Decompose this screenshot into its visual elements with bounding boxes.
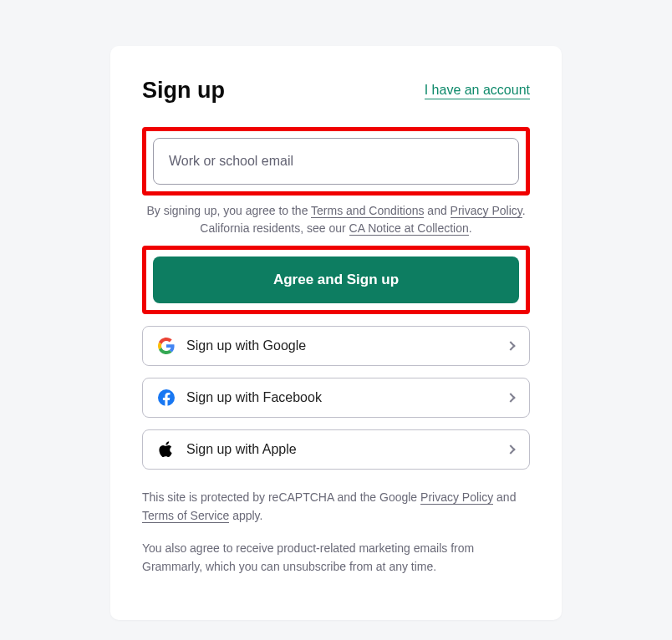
page-title: Sign up [142,78,225,104]
google-signup-button[interactable]: Sign up with Google [142,326,530,366]
apple-icon [158,441,175,458]
legal-text: By signing up, you agree to the [146,204,311,217]
google-icon [158,338,175,354]
apple-signup-button[interactable]: Sign up with Apple [142,429,530,470]
agree-signup-button[interactable]: Agree and Sign up [153,257,519,303]
recaptcha-text: This site is protected by reCAPTCHA and … [142,488,530,526]
signup-highlight-box: Agree and Sign up [142,246,530,314]
oauth-label: Sign up with Apple [186,442,507,457]
legal-text: and [424,204,450,217]
terms-link[interactable]: Terms and Conditions [311,204,424,218]
oauth-label: Sign up with Google [186,338,507,353]
google-tos-link[interactable]: Terms of Service [142,509,229,523]
signup-card: Sign up I have an account By signing up,… [110,46,562,620]
google-privacy-link[interactable]: Privacy Policy [420,490,493,505]
legal-text: and [493,490,516,504]
header-row: Sign up I have an account [142,78,530,104]
ca-notice-link[interactable]: CA Notice at Collection [349,221,469,236]
oauth-label: Sign up with Facebook [186,390,507,405]
chevron-right-icon [506,444,515,454]
legal-terms-text: By signing up, you agree to the Terms an… [142,202,530,237]
facebook-icon [158,389,175,406]
email-highlight-box [142,127,530,196]
facebook-signup-button[interactable]: Sign up with Facebook [142,378,530,418]
chevron-right-icon [506,341,515,350]
chevron-right-icon [506,393,515,402]
privacy-link[interactable]: Privacy Policy [451,204,522,218]
oauth-group: Sign up with Google Sign up with Faceboo… [142,326,530,470]
legal-footer: This site is protected by reCAPTCHA and … [142,488,530,577]
marketing-consent-text: You also agree to receive product-relate… [142,539,530,577]
legal-text: apply. [229,509,262,522]
legal-text: This site is protected by reCAPTCHA and … [142,490,420,504]
email-field[interactable] [153,138,519,185]
legal-text: . [469,221,472,235]
have-account-link[interactable]: I have an account [425,83,530,99]
